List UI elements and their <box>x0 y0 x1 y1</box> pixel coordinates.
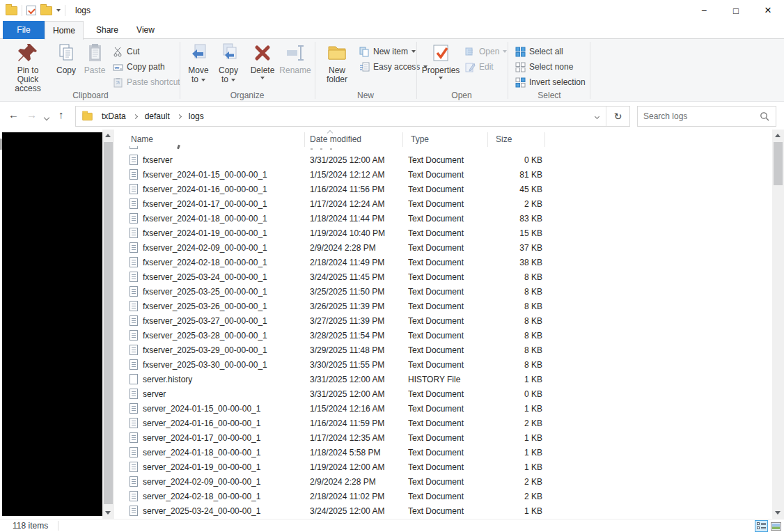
group-separator <box>590 42 590 99</box>
breadcrumb-item[interactable]: txData <box>100 110 127 123</box>
maximize-button[interactable]: □ <box>720 0 752 21</box>
easy-access-label: Easy access <box>373 62 420 72</box>
file-row[interactable]: server_2024-01-19_00-00-00_1 1/19/2024 1… <box>118 460 772 474</box>
file-row[interactable]: fxserver_2025-03-26_00-00-00_1 3/26/2025… <box>118 299 772 313</box>
address-bar-row: ← → ↑ txDatadefaultlogs ↻ <box>0 102 784 130</box>
qat-customize-caret-icon[interactable] <box>56 9 61 12</box>
invert-selection-button[interactable]: Invert selection <box>515 75 586 89</box>
file-row[interactable]: server_2025-03-24_00-00-00_1 3/24/2025 1… <box>118 503 772 518</box>
back-button[interactable]: ← <box>8 109 19 120</box>
address-bar[interactable]: txDatadefaultlogs ↻ <box>75 106 630 127</box>
file-row[interactable]: fxserver_2024-02-09_00-00-00_1 2/9/2024 … <box>118 240 772 255</box>
file-row[interactable]: fxserver_2025-03-29_00-00-00_1 3/29/2025… <box>118 343 772 357</box>
explorer-window: logs − □ × File Home Share View ? Pin to… <box>0 0 784 532</box>
tab-home[interactable]: Home <box>45 21 84 40</box>
column-header-date-modified[interactable]: Date modified <box>310 134 361 144</box>
file-row[interactable]: fxserver_2025-03-25_00-00-00_1 3/25/2025… <box>118 284 772 299</box>
breadcrumb-item[interactable]: default <box>143 110 171 123</box>
file-row[interactable]: fxserver_2024-01-18_00-00-00_1 1/18/2024… <box>118 211 772 226</box>
file-row[interactable]: server_2024-01-15_00-00-00_1 1/15/2024 1… <box>118 401 772 416</box>
large-icons-view-button[interactable] <box>769 520 783 532</box>
delete-button[interactable]: Delete <box>248 42 277 79</box>
new-folder-quick-icon[interactable] <box>40 6 52 15</box>
file-row[interactable]: fxserver_2025-03-30_00-00-00_1 3/30/2025… <box>118 357 772 372</box>
cut-button[interactable]: Cut <box>113 45 140 58</box>
file-icon <box>130 198 138 209</box>
file-type: Text Document <box>408 477 493 487</box>
properties-quick-icon[interactable] <box>26 6 36 15</box>
breadcrumb-chevron-icon[interactable] <box>133 114 138 119</box>
file-row[interactable]: server_2024-01-17_00-00-00_1 1/17/2024 1… <box>118 430 772 445</box>
scroll-up-icon[interactable] <box>775 134 781 137</box>
file-row[interactable]: server.history 3/31/2025 12:00 AM HISTOR… <box>118 372 772 386</box>
file-icon <box>130 506 138 516</box>
column-header-name[interactable]: Name <box>131 134 153 144</box>
file-name: server_2024-01-18_00-00-00_1 <box>143 448 310 457</box>
copy-to-button[interactable]: Copyto <box>215 42 242 84</box>
file-row[interactable]: fxserver_2025-03-28_00-00-00_1 3/28/2025… <box>118 328 772 343</box>
easy-access-icon <box>359 62 370 72</box>
file-row[interactable]: fxserver_2025-03-24_00-00-00_1 3/24/2025… <box>118 269 772 284</box>
list-scrollbar-thumb[interactable] <box>774 142 783 185</box>
file-row[interactable]: fxserver_2024-01-15_00-00-00_1 1/15/2024… <box>118 167 772 182</box>
file-date-modified: 3/31/2025 12:00 AM <box>310 155 408 165</box>
new-item-icon <box>359 47 370 57</box>
file-row[interactable]: fxserver_2024-02-18_00-00-00_1 2/18/2024… <box>118 255 772 269</box>
minimize-button[interactable]: − <box>688 0 720 21</box>
breadcrumb-chevron-icon[interactable] <box>177 114 182 119</box>
tab-file[interactable]: File <box>3 21 45 39</box>
file-icon <box>130 330 138 341</box>
nav-scrollbar-thumb[interactable] <box>104 142 113 504</box>
file-row[interactable]: fxserver_2024-01-19_00-00-00_1 1/19/2024… <box>118 226 772 240</box>
scroll-down-icon[interactable] <box>775 511 781 515</box>
file-row[interactable]: fxserver_2024-01-17_00-00-00_1 1/17/2024… <box>118 196 772 211</box>
paste-label: Paste <box>84 66 106 75</box>
file-row[interactable]: server_2024-02-09_00-00-00_1 2/9/2024 2:… <box>118 474 772 489</box>
easy-access-button[interactable]: Easy access <box>359 60 428 74</box>
list-scrollbar[interactable] <box>772 130 784 519</box>
copy-path-button[interactable]: Copy path <box>113 60 165 74</box>
search-box[interactable] <box>637 106 776 127</box>
column-header-type[interactable]: Type <box>411 134 429 144</box>
file-row[interactable]: server_2024-01-18_00-00-00_1 1/18/2024 5… <box>118 445 772 460</box>
file-row[interactable]: fxserver_2024-01-16_00-00-00_1 1/16/2024… <box>118 182 772 196</box>
file-date-modified: 1/15/2024 12:16 AM <box>310 404 408 414</box>
file-date-modified: 3/24/2025 11:45 PM <box>310 272 408 282</box>
pin-to-quick-access-button[interactable]: Pin to Quick access <box>6 42 50 93</box>
column-header-size[interactable]: Size <box>496 134 512 144</box>
file-type: Text Document <box>408 331 493 341</box>
up-button[interactable]: ↑ <box>58 109 64 120</box>
properties-label: Properties <box>422 66 460 75</box>
new-item-button[interactable]: New item <box>359 45 416 58</box>
search-input[interactable] <box>638 111 760 121</box>
scroll-up-icon[interactable] <box>105 134 111 137</box>
rename-button: Rename <box>279 42 312 75</box>
nav-scrollbar[interactable] <box>102 130 114 519</box>
select-none-button[interactable]: Select none <box>515 60 573 74</box>
select-all-button[interactable]: Select all <box>515 45 563 58</box>
file-name: fxserver_2024-01-19_00-00-00_1 <box>143 228 310 238</box>
pane-notch <box>0 139 2 150</box>
file-row[interactable]: server 3/31/2025 12:00 AM Text Document … <box>118 386 772 401</box>
file-name: fxserver_2024-01-18_00-00-00_1 <box>143 214 310 224</box>
new-folder-button[interactable]: Newfolder <box>320 42 354 84</box>
file-row[interactable]: server_2024-02-18_00-00-00_1 2/18/2024 1… <box>118 489 772 503</box>
move-to-label: Move <box>188 65 208 75</box>
file-type: Text Document <box>408 243 493 253</box>
details-view-button[interactable] <box>755 520 768 532</box>
file-row[interactable]: fxserver 3/31/2025 12:00 AM Text Documen… <box>118 152 772 167</box>
move-to-button[interactable]: Moveto <box>185 42 212 84</box>
file-row[interactable]: server_2024-01-16_00-00-00_1 1/16/2024 1… <box>118 416 772 430</box>
copy-button[interactable]: Copy <box>53 42 79 75</box>
tab-view[interactable]: View <box>127 21 164 39</box>
address-dropdown-button[interactable] <box>588 114 606 118</box>
breadcrumb-item[interactable]: logs <box>187 110 205 123</box>
tab-share[interactable]: Share <box>88 21 127 39</box>
properties-button[interactable]: Properties <box>421 42 461 79</box>
refresh-button[interactable]: ↻ <box>606 107 629 126</box>
file-name: server <box>143 389 310 399</box>
file-row[interactable]: fxserver_2025-03-27_00-00-00_1 3/27/2025… <box>118 313 772 328</box>
close-button[interactable]: × <box>752 0 784 21</box>
scroll-down-icon[interactable] <box>105 511 111 515</box>
divider <box>22 5 22 16</box>
